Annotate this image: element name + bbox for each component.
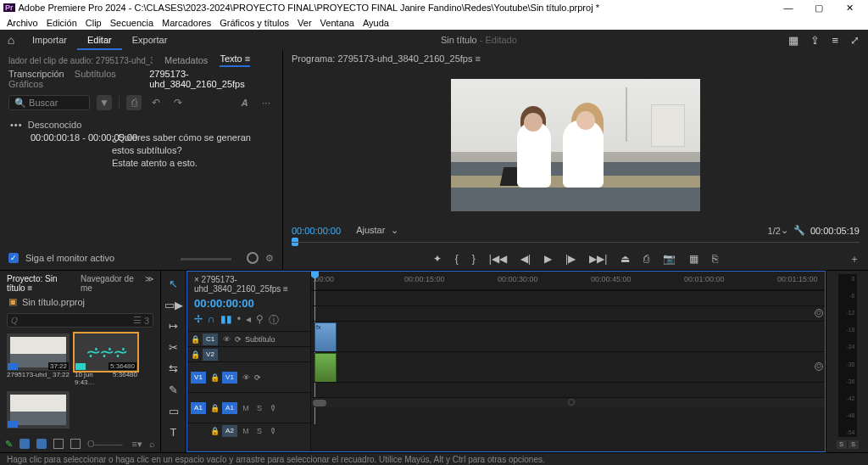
audio-meters[interactable]: 0-6-12 -18-24-30 -36-42-48 -54 SS <box>826 271 868 452</box>
type-tool-icon[interactable]: T <box>166 424 181 440</box>
create-captions-icon[interactable]: ⎙ <box>126 95 142 110</box>
window-minimize-button[interactable]: — <box>773 0 804 15</box>
thumb-size-slider[interactable]: O——— <box>87 439 125 449</box>
track-a2[interactable]: 🔒 A2 M S 🎙 <box>187 423 310 438</box>
transcript-segment[interactable]: ••• Desconocido 00:00:00:18 - 00:00:05:0… <box>0 114 282 175</box>
selection-tool-icon[interactable]: ↖ <box>166 276 181 291</box>
solo-left[interactable]: S <box>837 440 847 449</box>
window-close-button[interactable]: ✕ <box>834 0 865 15</box>
rectangle-tool-icon[interactable]: ▭ <box>166 403 181 418</box>
step-forward-icon[interactable]: |▶ <box>565 253 576 265</box>
redo-icon[interactable]: ↷ <box>170 95 186 110</box>
page-indicator[interactable]: 1/2 <box>768 226 781 236</box>
media-thumb-selected[interactable]: ⩫⩫⩫5:36480 10 jun 9:43…5:36480 <box>75 333 137 386</box>
autoscroll-toggle[interactable] <box>247 252 259 264</box>
workspace-menu-icon[interactable]: ≡ <box>832 34 838 47</box>
transcript-line[interactable]: ¿Quieres saber cómo se generan estos sub… <box>112 132 272 157</box>
find-icon[interactable]: ⌕ <box>149 439 155 449</box>
freeform-view-icon[interactable] <box>53 439 64 449</box>
go-to-in-icon[interactable]: |◀◀ <box>489 253 507 265</box>
follow-monitor-checkbox[interactable]: ✓ <box>8 253 19 263</box>
media-browser-tab[interactable]: Navegador de me <box>81 274 136 293</box>
track-select-tool-icon[interactable]: ▭▶ <box>166 297 181 312</box>
program-scrubber[interactable] <box>292 236 860 248</box>
project-menu-icon[interactable]: ≡▾ <box>132 439 142 450</box>
menu-file[interactable]: Archivo <box>7 18 38 28</box>
panel-settings-icon[interactable]: ⚙ <box>265 253 274 264</box>
wrench-icon[interactable]: ⚲ <box>256 313 264 328</box>
zoom-fit-dropdown[interactable]: Ajustar ⌄ <box>356 225 398 236</box>
track-a1[interactable]: A1 🔒 A1 M S 🎙 <box>187 392 310 423</box>
opt-icon[interactable]: • <box>237 313 241 328</box>
audio-clip[interactable] <box>314 353 337 383</box>
linked-selection-icon[interactable]: ∩ <box>208 313 215 328</box>
menu-clip[interactable]: Clip <box>86 18 102 28</box>
out-marker[interactable]: O <box>815 362 823 371</box>
dual-view-icon[interactable]: ⎘ <box>712 253 718 265</box>
speaker-menu-icon[interactable]: ••• <box>10 120 23 130</box>
list-view-icon[interactable] <box>36 439 47 449</box>
menu-view[interactable]: Ver <box>298 18 312 28</box>
mark-out-icon[interactable]: } <box>472 253 476 265</box>
marker-span-icon[interactable]: ▮▮ <box>220 313 232 328</box>
pen-tool-icon[interactable]: ✎ <box>166 382 181 397</box>
program-timecode[interactable]: 00:00:00:00 <box>292 226 341 236</box>
subtab-transcription[interactable]: Transcripción <box>8 69 64 79</box>
menu-sequence[interactable]: Secuencia <box>110 18 153 28</box>
search-input[interactable]: 🔍 Buscar <box>8 95 90 110</box>
slip-tool-icon[interactable]: ⇆ <box>166 361 181 376</box>
timeline-tracks-area[interactable]: :00:00 00:00:15:00 00:00:30:00 00:00:45:… <box>311 272 825 451</box>
menu-markers[interactable]: Marcadores <box>162 18 211 28</box>
razor-tool-icon[interactable]: ✂ <box>166 339 181 355</box>
panel-tab-audioclip[interactable]: lador del clip de audio: 2795173-uhd_384… <box>8 56 153 65</box>
snap-icon[interactable]: ✢ <box>194 313 203 328</box>
track-v2[interactable]: 🔒 V2 <box>187 346 310 361</box>
subtab-graphics[interactable]: Gráficos <box>8 79 43 89</box>
media-thumb[interactable] <box>7 391 70 429</box>
menu-graphics[interactable]: Gráficos y títulos <box>220 18 289 28</box>
menu-help[interactable]: Ayuda <box>363 18 389 28</box>
program-tab[interactable]: Programa: 2795173-uhd_3840_2160_25fps ≡ <box>292 53 481 64</box>
track-subtitle[interactable]: 🔒 C1 👁⟳ Subtítulo <box>187 331 310 346</box>
out-marker[interactable]: O <box>815 309 823 317</box>
media-thumb[interactable]: 37:22 2795173-uhd_37:22 <box>7 333 70 386</box>
timeline-zoom-scrollbar[interactable] <box>311 397 825 407</box>
workspace-tab-export[interactable]: Exportar <box>122 30 178 50</box>
go-to-out-icon[interactable]: ▶▶| <box>589 253 607 265</box>
caption-track-icon[interactable]: ⓘ <box>269 313 279 328</box>
mark-in-icon[interactable]: { <box>455 253 459 265</box>
play-icon[interactable]: ▶ <box>544 253 552 265</box>
workspace-tab-edit[interactable]: Editar <box>77 30 122 50</box>
project-filter-icon[interactable]: ☰ <box>133 315 142 326</box>
more-icon[interactable]: ··· <box>259 95 274 110</box>
settings-wrench-icon[interactable]: 🔧 <box>793 225 805 236</box>
opt-icon[interactable]: ◂ <box>246 313 251 328</box>
program-video-frame[interactable] <box>451 79 700 211</box>
video-clip[interactable]: fx <box>314 322 337 352</box>
lift-icon[interactable]: ⏏ <box>620 253 630 265</box>
button-editor-icon[interactable]: ＋ <box>849 252 860 266</box>
comparison-icon[interactable]: ▦ <box>689 253 698 265</box>
quick-export-icon[interactable]: ▦ <box>788 34 798 47</box>
step-back-icon[interactable]: ◀| <box>520 253 531 265</box>
extract-icon[interactable]: ⎙ <box>643 253 649 265</box>
track-v1[interactable]: V1 🔒 V1 👁⟳ <box>187 361 310 392</box>
project-search[interactable]: 𝘘 ☰ 3 <box>7 313 153 328</box>
ripple-tool-icon[interactable]: ↦ <box>166 318 181 333</box>
window-maximize-button[interactable]: ▢ <box>804 0 834 15</box>
sequence-tab[interactable]: × 2795173-uhd_3840_2160_25fps ≡ <box>187 272 310 297</box>
icon-view-icon[interactable] <box>19 439 30 449</box>
subtab-subtitles[interactable]: Subtítulos <box>75 69 116 79</box>
export-frame-icon[interactable]: 📷 <box>663 253 676 265</box>
new-item-icon[interactable]: ✎ <box>5 439 13 450</box>
menu-window[interactable]: Ventana <box>320 18 354 28</box>
home-button[interactable]: ⌂ <box>0 33 22 47</box>
solo-right[interactable]: S <box>849 440 859 449</box>
fullscreen-icon[interactable]: ⤢ <box>850 34 860 47</box>
undo-icon[interactable]: ↶ <box>148 95 164 110</box>
timeline-timecode[interactable]: 00:00:00:00 <box>187 297 310 310</box>
panel-tab-text[interactable]: Texto ≡ <box>220 53 250 67</box>
timeline-ruler[interactable]: :00:00 00:00:15:00 00:00:30:00 00:00:45:… <box>311 272 825 290</box>
filter-icon[interactable]: ▼ <box>97 95 112 110</box>
sort-icon[interactable] <box>70 439 81 449</box>
